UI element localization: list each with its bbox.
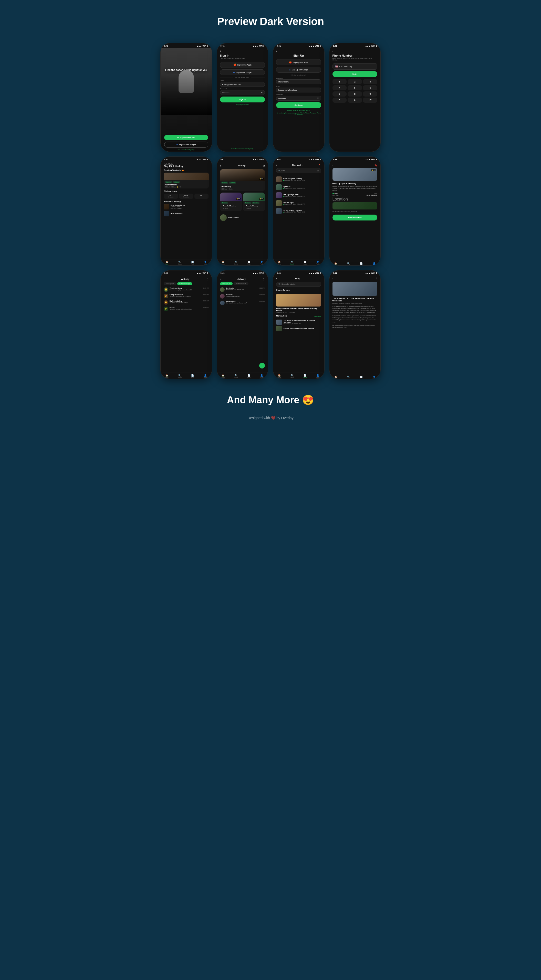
training-item-1[interactable]: Deep Amrap Burner 125 kcal · 15min Begin… (164, 204, 209, 210)
notif-item-2[interactable]: 🎉 Congratulations! 10:00 AM You have fin… (164, 294, 209, 298)
nav-search-10[interactable]: 🔍Search (234, 374, 238, 378)
trainer-item[interactable]: Nikita Abramov (220, 214, 265, 221)
blog-search[interactable]: 🔍 Search for a topic... (276, 282, 321, 287)
gym-item-4[interactable]: Gotham Gym ● New York, NY · Open • Close… (276, 199, 321, 207)
training-item-2[interactable]: Deep Butt Sculp (164, 211, 209, 216)
grid-icon[interactable]: ⊞ (263, 164, 265, 167)
nav-home-11[interactable]: 🏠Home (278, 374, 281, 378)
numpad-6[interactable]: 6 (363, 85, 377, 91)
nav-home-9[interactable]: 🏠Home (165, 374, 168, 378)
nav-article-10[interactable]: 📄Article (247, 374, 250, 378)
forgot-password-link[interactable]: Forgot password? (220, 104, 265, 105)
nav-search-9[interactable]: 🔍Search (178, 374, 181, 378)
eye-icon[interactable]: 👁 (261, 92, 263, 94)
fab-compose-button[interactable]: + (259, 363, 265, 369)
nav-search-6[interactable]: 🔍Search (234, 261, 238, 265)
gym-item-3[interactable]: UFC Gym Nyc SoHo ● New York, NY · Open •… (276, 191, 321, 199)
chat-item-3[interactable]: Nikita Hwang Yesterday Hey maria! when c… (220, 301, 265, 305)
numpad-9[interactable]: 9 (363, 91, 377, 97)
continue-button[interactable]: Continue (276, 102, 321, 108)
numpad-3[interactable]: 3 (363, 79, 377, 84)
back-arrow[interactable]: ‹ (276, 277, 277, 280)
amrap-card-3[interactable]: ⭐ 4.8 Beginner Open Slots Powerfull Amra… (243, 192, 265, 211)
nav-profile-6[interactable]: 👤Profile (260, 261, 263, 265)
chat-item-1[interactable]: Sevchenko 09:00 AM Hello maria, nice to … (220, 287, 265, 292)
signup-link[interactable]: Don't have an account? Sign Up (217, 148, 268, 150)
gym-item-2[interactable]: Gym NYC ● New York, NY · Open • Close 10… (276, 183, 321, 191)
gym-item-1[interactable]: Mid City Gym & Training ● Manhattan, NY … (276, 175, 321, 183)
email-input[interactable]: kosova_maria@mail.com (220, 82, 265, 87)
nav-search[interactable]: 🔍Search (178, 261, 181, 265)
back-arrow[interactable]: ‹ (276, 50, 321, 52)
more-options-icon[interactable]: ⋮ (206, 278, 208, 281)
nav-home-7[interactable]: 🏠Home (278, 261, 281, 265)
notif-item-3[interactable]: 🔔 Daily reminders 06:00 AM You have one … (164, 300, 209, 305)
chevron-down-icon[interactable]: ▼ (302, 164, 304, 166)
verify-button[interactable]: Verify (333, 71, 377, 77)
nav-article-6[interactable]: 📄Article (247, 261, 250, 265)
blog-article-1[interactable]: The Power of Dirt: The Benefits of Outdo… (276, 320, 321, 325)
view-schedule-button[interactable]: View Schedule (333, 215, 377, 221)
nav-home-10[interactable]: 🏠Home (221, 374, 224, 378)
email-input[interactable]: kosova_maria@mail.com (276, 88, 321, 92)
back-arrow[interactable]: ‹ (333, 50, 377, 52)
nav-article-9[interactable]: 📄Article (191, 374, 194, 378)
numpad-8[interactable]: 8 (348, 91, 362, 97)
nav-home-12[interactable]: 🏠 (334, 375, 337, 378)
phone-input[interactable]: 🇺🇸 ▼ +1 1170 234| (333, 63, 377, 70)
numpad-5[interactable]: 5 (348, 85, 362, 91)
workout-card[interactable]: Beginner Full body Push Your Limit 380 k… (164, 173, 209, 188)
tab-message[interactable]: Message (3) (164, 282, 176, 285)
back-arrow[interactable]: ‹ (220, 278, 221, 281)
numpad-4[interactable]: 4 (333, 85, 347, 91)
nav-profile[interactable]: 👤Profile (204, 261, 207, 265)
already-account-link[interactable]: Already have an account? Sign In (276, 110, 321, 111)
google-signin-btn[interactable]: G Sign in with Google (220, 69, 265, 75)
nav-article-8[interactable]: 📄 (360, 262, 363, 265)
nav-home-8[interactable]: 🏠 (334, 262, 337, 265)
nav-profile-9[interactable]: 👤Profile (204, 374, 207, 378)
back-arrow[interactable]: ‹ (333, 277, 333, 280)
type-focus[interactable]: Foc... (194, 194, 209, 199)
back-arrow[interactable]: ‹ (220, 50, 265, 52)
nav-home[interactable]: 🏠Home (165, 261, 168, 265)
nav-profile-7[interactable]: 👤Profile (316, 261, 320, 265)
blog-article-2[interactable]: Change Your Breathing, Change Your Life (276, 326, 321, 331)
numpad-2[interactable]: 2 (348, 79, 362, 84)
type-hiit[interactable]: HIIT 12 session (164, 194, 178, 199)
nav-article[interactable]: 📄Article (191, 261, 194, 265)
search-bar[interactable]: 🔍 Gym| ⊞ (276, 168, 321, 173)
nav-search-8[interactable]: 🔍 (347, 262, 350, 265)
google-signup-btn[interactable]: G Sign Up with Google (276, 67, 321, 73)
eye-icon[interactable]: 👁 (317, 97, 319, 99)
filter-icon[interactable]: ⊞ (317, 170, 319, 172)
pass-input[interactable]: •••••••• 👁 (220, 90, 265, 95)
notif-item-4[interactable]: ⚡ Fitline Yesterday Welcome to your noti… (164, 307, 209, 311)
numpad-star[interactable]: * (333, 97, 347, 103)
numpad-7[interactable]: 7 (333, 91, 347, 97)
nav-profile-8[interactable]: 👤 (373, 262, 376, 265)
numpad-0[interactable]: 0 (348, 97, 362, 103)
show-more-link[interactable]: Show more (314, 316, 321, 317)
apple-signup-btn[interactable]: 🍎 Sign Up with Apple (276, 59, 321, 65)
notif-item-1[interactable]: 👑 Tips from Robin 01:00 PM Exercise ever… (164, 287, 209, 292)
username-input[interactable]: Maria Kosova (276, 80, 321, 84)
signin-button[interactable]: Sign In (220, 97, 265, 102)
tab-notifications[interactable]: Notifications (4) (177, 282, 192, 285)
numpad-1[interactable]: 1 (333, 79, 347, 84)
nav-search-7[interactable]: 🔍Search (290, 261, 294, 265)
back-arrow[interactable]: ‹ (333, 164, 333, 167)
back-arrow[interactable]: ‹ (220, 164, 221, 167)
nav-article-11[interactable]: 📄Article (304, 374, 307, 378)
back-arrow[interactable]: ‹ (276, 164, 277, 167)
nav-search-11[interactable]: 🔍Search (290, 374, 294, 378)
nav-home-6[interactable]: 🏠Home (221, 261, 224, 265)
apple-signin-btn[interactable]: 🍎 Sign in with Apple (220, 62, 265, 68)
type-amrap[interactable]: Amrap 8 session (179, 194, 193, 199)
gym-item-5[interactable]: Jersey Boxing City Gym ● Jersey City, NJ… (276, 207, 321, 215)
nav-profile-11[interactable]: 👤Profile (316, 374, 320, 378)
share-icon[interactable]: ⤴ (376, 277, 377, 280)
google-signin-button[interactable]: G Sign in with Google (164, 142, 208, 148)
nav-article-7[interactable]: 📄Article (304, 261, 307, 265)
nav-profile-12[interactable]: 👤 (373, 375, 376, 378)
